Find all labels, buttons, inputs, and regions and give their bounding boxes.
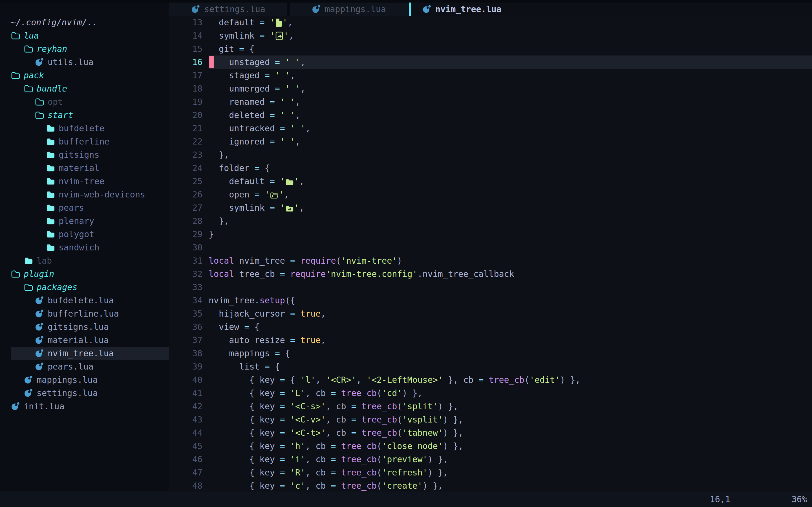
tree-item-material[interactable]: material — [0, 161, 169, 175]
nvim-tree-sidebar: ~/.config/nvim/.. luareyhanutils.luapack… — [0, 0, 169, 492]
code-line-22[interactable]: 22 ignored = ' ', — [169, 135, 812, 148]
line-text: hijack_cursor = true, — [202, 307, 326, 320]
code-line-16[interactable]: 16 unstaged = ' ', — [169, 55, 812, 69]
code-line-13[interactable]: 13 default = '', — [169, 16, 812, 29]
tree-item-nvim-web-devicons[interactable]: nvim-web-devicons — [0, 188, 169, 201]
folder-open-icon — [35, 98, 48, 106]
tree-item-label: mappings.lua — [37, 373, 98, 386]
code-line-19[interactable]: 19 renamed = ' ', — [169, 95, 812, 108]
code-line-33[interactable]: 33 — [169, 281, 812, 294]
code-line-38[interactable]: 38 mappings = { — [169, 347, 812, 360]
line-text: }, — [202, 214, 229, 228]
tree-item-packages[interactable]: packages — [0, 281, 169, 294]
lua-file-icon — [422, 4, 432, 14]
tree-item-label: lua — [24, 29, 39, 42]
code-line-31[interactable]: 31local nvim_tree = require('nvim-tree') — [169, 254, 812, 267]
line-text: nvim_tree.setup({ — [202, 294, 295, 307]
line-number: 40 — [169, 373, 202, 386]
tree-item-bufferline.lua[interactable]: bufferline.lua — [0, 307, 169, 320]
tree-item-settings.lua[interactable]: settings.lua — [0, 386, 169, 400]
code-line-47[interactable]: 47 { key = 'R', cb = tree_cb('refresh') … — [169, 466, 812, 479]
code-line-14[interactable]: 14 symlink = '', — [169, 29, 812, 42]
code-line-27[interactable]: 27 symlink = '', — [169, 201, 812, 214]
tree-item-label: init.lua — [24, 400, 64, 413]
line-text: untracked = ' ', — [202, 122, 310, 135]
code-line-40[interactable]: 40 { key = { 'l', '<CR>', '<2-LeftMouse>… — [169, 373, 812, 386]
tree-item-nvim-tree[interactable]: nvim-tree — [0, 175, 169, 188]
code-line-39[interactable]: 39 list = { — [169, 360, 812, 373]
line-text: staged = ' ', — [202, 69, 295, 82]
code-line-41[interactable]: 41 { key = 'L', cb = tree_cb('cd') }, — [169, 386, 812, 400]
code-line-18[interactable]: 18 unmerged = ' ', — [169, 82, 812, 95]
folder-closed-icon — [46, 190, 59, 199]
code-line-37[interactable]: 37 auto_resize = true, — [169, 334, 812, 347]
tree-item-bundle[interactable]: bundle — [0, 82, 169, 95]
tree-item-label: bufdelete.lua — [48, 294, 114, 307]
line-number: 38 — [169, 347, 202, 360]
tree-item-pack[interactable]: pack — [0, 69, 169, 82]
code-line-46[interactable]: 46 { key = 'i', cb = tree_cb('preview') … — [169, 453, 812, 466]
tree-item-bufdelete[interactable]: bufdelete — [0, 122, 169, 135]
tree-item-reyhan[interactable]: reyhan — [0, 42, 169, 55]
tree-item-start[interactable]: start — [0, 108, 169, 122]
line-text: view = { — [202, 320, 260, 334]
line-text: unmerged = ' ', — [202, 82, 305, 95]
code-line-15[interactable]: 15 git = { — [169, 42, 812, 55]
code-line-44[interactable]: 44 { key = '<C-t>', cb = tree_cb('tabnew… — [169, 426, 812, 439]
tree-item-init.lua[interactable]: init.lua — [0, 400, 169, 413]
code-line-20[interactable]: 20 deleted = ' ', — [169, 108, 812, 122]
code-line-36[interactable]: 36 view = { — [169, 320, 812, 334]
code-line-25[interactable]: 25 default = '', — [169, 175, 812, 188]
tab-label: settings.lua — [204, 4, 265, 14]
code-line-26[interactable]: 26 open = '', — [169, 188, 812, 201]
tree-item-lab[interactable]: lab — [0, 254, 169, 267]
code-line-23[interactable]: 23 }, — [169, 148, 812, 161]
code-line-28[interactable]: 28 }, — [169, 214, 812, 228]
line-number: 32 — [169, 267, 202, 281]
code-line-48[interactable]: 48 { key = 'c', cb = tree_cb('create') }… — [169, 479, 812, 492]
code-line-43[interactable]: 43 { key = '<C-v>', cb = tree_cb('vsplit… — [169, 413, 812, 426]
tree-item-material.lua[interactable]: material.lua — [0, 334, 169, 347]
line-number: 45 — [169, 439, 202, 453]
tree-item-sandwich[interactable]: sandwich — [0, 241, 169, 254]
tree-item-utils.lua[interactable]: utils.lua — [0, 55, 169, 69]
tree-item-nvim_tree.lua[interactable]: nvim_tree.lua — [0, 347, 169, 360]
code-line-45[interactable]: 45 { key = 'h', cb = tree_cb('close_node… — [169, 439, 812, 453]
code-line-30[interactable]: 30 — [169, 241, 812, 254]
line-number: 15 — [169, 42, 202, 55]
tree-item-mappings.lua[interactable]: mappings.lua — [0, 373, 169, 386]
code-line-34[interactable]: 34nvim_tree.setup({ — [169, 294, 812, 307]
code-line-42[interactable]: 42 { key = '<C-s>', cb = tree_cb('split'… — [169, 400, 812, 413]
code-line-17[interactable]: 17 staged = ' ', — [169, 69, 812, 82]
tab-mappings.lua[interactable]: mappings.lua — [290, 3, 408, 16]
tree-item-bufdelete.lua[interactable]: bufdelete.lua — [0, 294, 169, 307]
tree-item-bufferline[interactable]: bufferline — [0, 135, 169, 148]
folder-closed-icon — [46, 151, 59, 159]
tree-item-polygot[interactable]: polygot — [0, 228, 169, 241]
cursor-position: 16,1 — [710, 492, 730, 507]
tree-item-pears[interactable]: pears — [0, 201, 169, 214]
code-line-35[interactable]: 35 hijack_cursor = true, — [169, 307, 812, 320]
code-line-32[interactable]: 32local tree_cb = require'nvim-tree.conf… — [169, 267, 812, 281]
tree-item-pears.lua[interactable]: pears.lua — [0, 360, 169, 373]
code-line-21[interactable]: 21 untracked = ' ', — [169, 122, 812, 135]
tree-item-lua[interactable]: lua — [0, 29, 169, 42]
code-line-29[interactable]: 29} — [169, 228, 812, 241]
lua-file-icon — [35, 335, 48, 345]
tree-item-label: material — [59, 161, 100, 175]
line-text — [202, 281, 209, 294]
tab-nvim_tree.lua[interactable]: nvim_tree.lua — [411, 3, 521, 16]
tree-item-opt[interactable]: opt — [0, 95, 169, 108]
tree-item-plenary[interactable]: plenary — [0, 214, 169, 228]
tab-settings.lua[interactable]: settings.lua — [169, 3, 287, 16]
line-number: 46 — [169, 453, 202, 466]
line-number: 14 — [169, 29, 202, 42]
code-line-24[interactable]: 24 folder = { — [169, 161, 812, 175]
tree-item-label: utils.lua — [48, 55, 94, 69]
tree-root-path[interactable]: ~/.config/nvim/.. — [0, 16, 169, 29]
tree-item-label: start — [48, 108, 73, 122]
tree-item-label: gitsigns.lua — [48, 320, 109, 334]
tree-item-gitsigns.lua[interactable]: gitsigns.lua — [0, 320, 169, 334]
tree-item-gitsigns[interactable]: gitsigns — [0, 148, 169, 161]
tree-item-plugin[interactable]: plugin — [0, 267, 169, 281]
